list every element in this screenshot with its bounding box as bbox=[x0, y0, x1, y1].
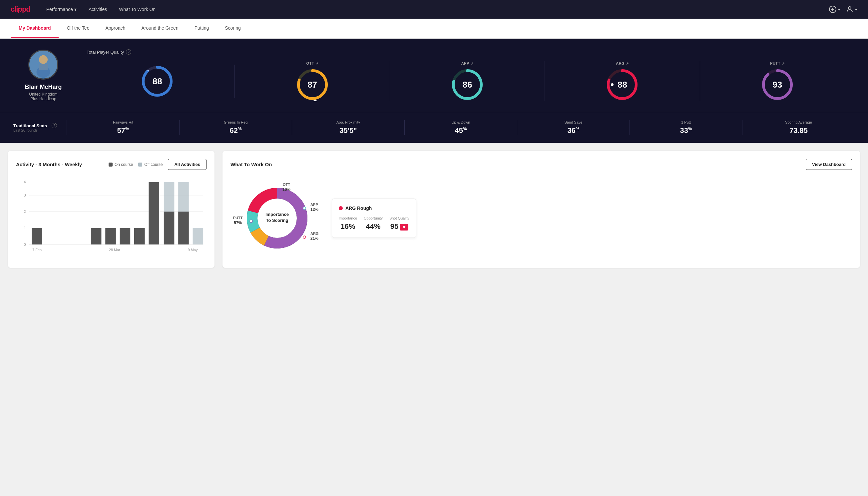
stat-fairways-label: Fairways Hit bbox=[72, 120, 174, 124]
svg-rect-34 bbox=[120, 228, 130, 245]
svg-text:To Scoring: To Scoring bbox=[266, 218, 288, 223]
svg-text:3: 3 bbox=[24, 193, 26, 197]
scores-title: Total Player Quality ? bbox=[86, 49, 855, 55]
arg-label: ARG ↗ bbox=[616, 61, 629, 65]
wtwo-panel: What To Work On View Dashboard bbox=[222, 151, 860, 268]
stat-updown: Up & Down 45% bbox=[404, 120, 517, 135]
nav-activities[interactable]: Activities bbox=[89, 7, 107, 12]
avatar bbox=[28, 50, 58, 80]
stat-sand-value: 36% bbox=[523, 126, 624, 135]
tab-putting[interactable]: Putting bbox=[187, 19, 217, 38]
tab-off-the-tee[interactable]: Off the Tee bbox=[59, 19, 97, 38]
metric-importance: Importance 16% bbox=[339, 216, 357, 231]
stat-oneputt-label: 1 Putt bbox=[635, 120, 737, 124]
metric-opportunity-label: Opportunity bbox=[364, 216, 383, 220]
activity-panel: Activity - 3 Months - Weekly On course O… bbox=[8, 151, 215, 268]
metric-opportunity: Opportunity 44% bbox=[364, 216, 383, 231]
info-metrics: Importance 16% Opportunity 44% Shot Qual… bbox=[339, 216, 409, 231]
metric-shot-quality-label: Shot Quality bbox=[389, 216, 409, 220]
shot-quality-badge: ▼ bbox=[400, 224, 408, 231]
add-button[interactable]: ▾ bbox=[829, 5, 840, 13]
donut-container: Importance To Scoring PUTT 57% OTT 10% A… bbox=[231, 176, 324, 260]
tab-my-dashboard[interactable]: My Dashboard bbox=[11, 19, 59, 38]
stats-subtitle: Last 20 rounds bbox=[13, 128, 67, 132]
arg-score-value: 88 bbox=[617, 80, 627, 90]
stat-fairways: Fairways Hit 57% bbox=[67, 120, 179, 135]
app-label: APP ↗ bbox=[461, 61, 474, 65]
svg-text:PUTT: PUTT bbox=[233, 216, 243, 220]
tab-approach[interactable]: Approach bbox=[97, 19, 133, 38]
bottom-row: Activity - 3 Months - Weekly On course O… bbox=[0, 143, 868, 276]
svg-rect-38 bbox=[164, 182, 175, 212]
tab-around-the-green[interactable]: Around the Green bbox=[133, 19, 186, 38]
svg-rect-35 bbox=[134, 228, 145, 245]
putt-label: PUTT ↗ bbox=[770, 61, 784, 65]
legend-off-course: Off course bbox=[138, 162, 162, 167]
top-nav: clippd Performance ▾ Activities What To … bbox=[0, 0, 868, 19]
ott-trend-icon: ↗ bbox=[315, 62, 318, 65]
svg-rect-32 bbox=[91, 228, 101, 245]
ott-label: OTT ↗ bbox=[306, 61, 318, 65]
activity-panel-header: Activity - 3 Months - Weekly On course O… bbox=[16, 159, 206, 170]
user-chevron-icon: ▾ bbox=[855, 7, 857, 12]
stat-scoring-label: Scoring Average bbox=[748, 120, 849, 124]
gauge-app: 86 bbox=[451, 68, 484, 101]
gauge-total: 88 bbox=[141, 65, 174, 98]
stat-greens-label: Greens In Reg bbox=[185, 120, 286, 124]
on-course-dot bbox=[109, 162, 113, 167]
info-card-dot bbox=[339, 206, 343, 210]
logo: clippd bbox=[11, 5, 30, 14]
stat-proximity: App. Proximity 35'5" bbox=[292, 120, 404, 135]
scores-section: Total Player Quality ? 88 OTT bbox=[86, 49, 855, 101]
metric-importance-label: Importance bbox=[339, 216, 357, 220]
ott-score-value: 87 bbox=[307, 80, 317, 90]
tab-bar: My Dashboard Off the Tee Approach Around… bbox=[0, 19, 868, 38]
stat-sand: Sand Save 36% bbox=[517, 120, 630, 135]
player-handicap: Plus Handicap bbox=[30, 97, 56, 101]
view-dashboard-button[interactable]: View Dashboard bbox=[806, 159, 852, 170]
svg-point-62 bbox=[303, 236, 306, 238]
activity-legend: On course Off course All Activities bbox=[109, 159, 206, 170]
stat-scoring: Scoring Average 73.85 bbox=[742, 120, 855, 135]
help-icon[interactable]: ? bbox=[126, 49, 131, 55]
svg-rect-33 bbox=[105, 228, 116, 245]
metric-opportunity-value: 44% bbox=[364, 222, 383, 231]
stats-title-wrap: Traditional Stats ? Last 20 rounds bbox=[13, 123, 67, 132]
stat-fairways-value: 57% bbox=[72, 126, 174, 135]
hero-section: Blair McHarg United Kingdom Plus Handica… bbox=[0, 38, 868, 112]
nav-what-to-work-on[interactable]: What To Work On bbox=[119, 7, 156, 12]
svg-text:1: 1 bbox=[24, 226, 26, 230]
info-card-title: ARG Rough bbox=[339, 205, 409, 211]
user-button[interactable]: ▾ bbox=[846, 5, 857, 13]
svg-text:2: 2 bbox=[24, 210, 26, 214]
tab-scoring[interactable]: Scoring bbox=[217, 19, 249, 38]
svg-point-59 bbox=[303, 207, 306, 210]
svg-point-18 bbox=[611, 83, 614, 86]
svg-rect-31 bbox=[32, 228, 42, 245]
stat-updown-label: Up & Down bbox=[410, 120, 511, 124]
stat-greens-value: 62% bbox=[185, 126, 286, 135]
wtwo-panel-header: What To Work On View Dashboard bbox=[231, 159, 852, 170]
info-card: ARG Rough Importance 16% Opportunity 44%… bbox=[332, 199, 416, 238]
gauge-arg: 88 bbox=[605, 68, 639, 101]
svg-point-5 bbox=[39, 55, 48, 64]
chevron-down-icon: ▾ bbox=[74, 7, 77, 12]
off-course-dot bbox=[138, 162, 142, 167]
svg-rect-36 bbox=[148, 182, 159, 245]
svg-text:OTT: OTT bbox=[283, 183, 290, 187]
svg-text:9 May: 9 May bbox=[188, 248, 198, 252]
svg-rect-7 bbox=[38, 64, 48, 70]
svg-text:12%: 12% bbox=[311, 207, 318, 212]
score-arg: ARG ↗ 88 bbox=[545, 61, 700, 101]
all-activities-button[interactable]: All Activities bbox=[168, 159, 206, 170]
svg-text:57%: 57% bbox=[234, 220, 242, 225]
total-score-value: 88 bbox=[153, 76, 162, 87]
svg-rect-41 bbox=[193, 228, 204, 245]
nav-performance[interactable]: Performance ▾ bbox=[46, 7, 77, 12]
score-putt: PUTT ↗ 93 bbox=[700, 61, 855, 101]
putt-score-value: 93 bbox=[772, 80, 782, 90]
stat-scoring-value: 73.85 bbox=[748, 126, 849, 135]
stats-help-icon[interactable]: ? bbox=[52, 123, 57, 128]
scores-grid: 88 OTT ↗ 87 bbox=[86, 61, 855, 101]
player-name: Blair McHarg bbox=[25, 83, 62, 91]
